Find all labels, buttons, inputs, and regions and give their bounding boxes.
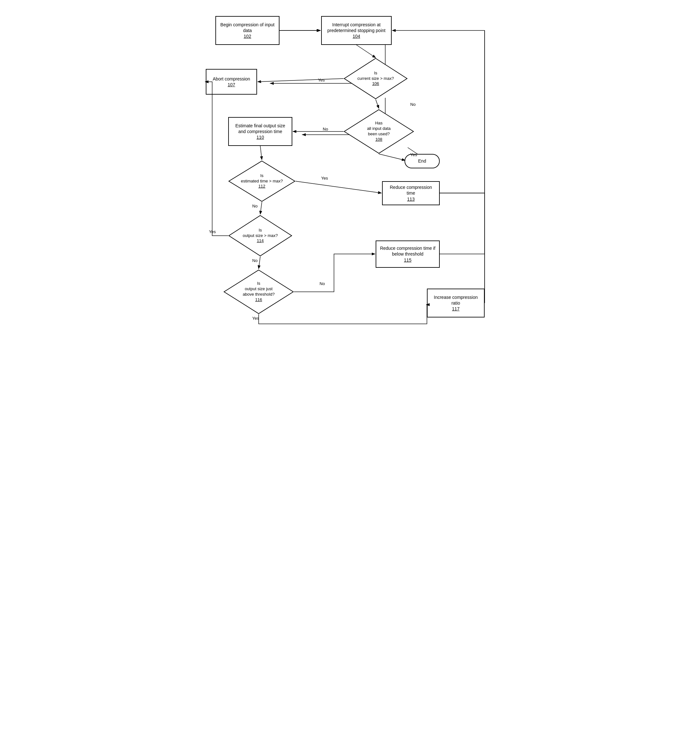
label-no-106: No	[410, 102, 416, 107]
node-110: Estimate final output size and compressi…	[228, 117, 292, 146]
node-114: Isoutput size > max? 114	[228, 215, 292, 256]
svg-line-15	[258, 78, 344, 82]
svg-line-14	[356, 45, 376, 58]
svg-line-22	[259, 256, 260, 269]
node-116: Isoutput size justabove threshold? 116	[224, 269, 294, 314]
svg-line-19	[260, 146, 262, 160]
label-yes-114: Yes	[209, 229, 216, 234]
label-yes-116: Yes	[252, 316, 259, 321]
node-113: Reduce compression time 113	[382, 181, 440, 205]
node-102: Begin compression of input data 102	[215, 16, 279, 45]
svg-marker-11	[224, 270, 293, 314]
label-no-116: No	[319, 281, 325, 286]
node-107: Abort compression 107	[206, 69, 257, 94]
label-yes-106: Yes	[318, 78, 325, 83]
label-no-114: No	[252, 258, 258, 263]
label-no-112: No	[252, 203, 258, 208]
label-yes-112: Yes	[321, 176, 328, 181]
node-end: End	[404, 154, 440, 168]
node-106: Iscurrent size > max? 106	[344, 58, 408, 99]
svg-line-21	[260, 202, 262, 214]
svg-marker-10	[229, 215, 292, 256]
node-104: Interrupt compression at predetermined s…	[321, 16, 392, 45]
node-117: Increase compression ratio 117	[427, 289, 485, 317]
svg-marker-7	[344, 58, 407, 99]
flowchart: Begin compression of input data 102 Inte…	[196, 6, 504, 330]
node-115: Reduce compression time if below thresho…	[376, 240, 440, 268]
svg-marker-8	[344, 110, 413, 153]
node-108: Hasall input databeen used? 108	[344, 109, 414, 154]
svg-line-18	[379, 154, 405, 160]
svg-line-20	[296, 181, 381, 193]
svg-marker-9	[229, 161, 295, 201]
svg-line-16	[376, 99, 379, 108]
node-112: Isestimated time > max? 112	[228, 160, 296, 202]
label-yes-108: Yes	[410, 152, 417, 157]
label-no-108: No	[323, 127, 328, 131]
